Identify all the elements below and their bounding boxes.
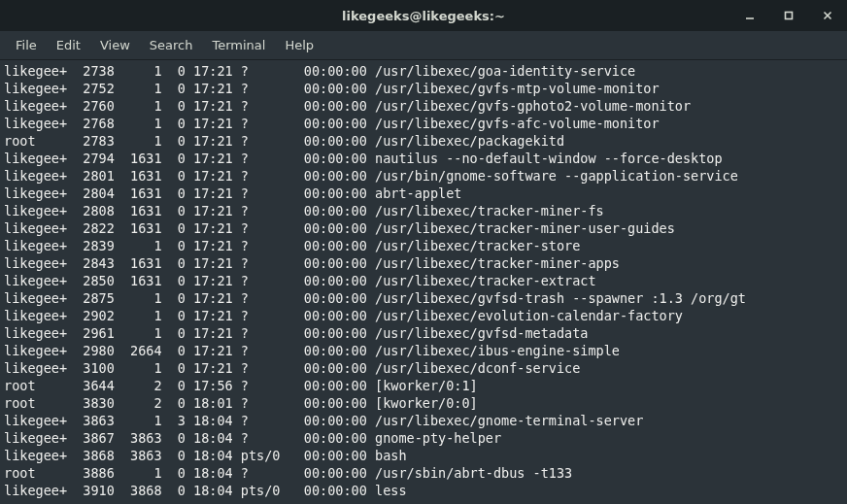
process-row: root 2783 1 0 17:21 ? 00:00:00 /usr/libe… [4,132,843,150]
process-row: likegee+ 2808 1631 0 17:21 ? 00:00:00 /u… [4,202,843,219]
process-row: likegee+ 2961 1 0 17:21 ? 00:00:00 /usr/… [4,324,843,342]
process-row: likegee+ 2839 1 0 17:21 ? 00:00:00 /usr/… [4,237,843,254]
window-controls [730,0,847,31]
process-row: likegee+ 2902 1 0 17:21 ? 00:00:00 /usr/… [4,307,843,324]
process-row: likegee+ 3863 1 3 18:04 ? 00:00:00 /usr/… [4,412,843,429]
process-row: likegee+ 2843 1631 0 17:21 ? 00:00:00 /u… [4,254,843,272]
maximize-button[interactable] [769,0,808,31]
menu-terminal[interactable]: Terminal [202,34,275,56]
menu-view[interactable]: View [90,34,140,56]
process-row: likegee+ 2804 1631 0 17:21 ? 00:00:00 ab… [4,185,843,202]
process-row: root 3644 2 0 17:56 ? 00:00:00 [kworker/… [4,377,843,394]
process-row: likegee+ 2850 1631 0 17:21 ? 00:00:00 /u… [4,272,843,289]
process-row: likegee+ 2801 1631 0 17:21 ? 00:00:00 /u… [4,167,843,185]
close-button[interactable] [808,0,847,31]
minimize-button[interactable] [730,0,769,31]
window-title: likegeeks@likegeeks:~ [342,9,505,23]
process-row: likegee+ 2752 1 0 17:21 ? 00:00:00 /usr/… [4,80,843,97]
process-row: likegee+ 3100 1 0 17:21 ? 00:00:00 /usr/… [4,359,843,377]
process-row: root 3886 1 0 18:04 ? 00:00:00 /usr/sbin… [4,464,843,482]
menu-search[interactable]: Search [140,34,203,56]
process-row: likegee+ 2768 1 0 17:21 ? 00:00:00 /usr/… [4,115,843,132]
process-row: likegee+ 2980 2664 0 17:21 ? 00:00:00 /u… [4,342,843,359]
process-row: likegee+ 2794 1631 0 17:21 ? 00:00:00 na… [4,150,843,167]
menu-bar: File Edit View Search Terminal Help [0,31,847,60]
process-row: root 3830 2 0 18:01 ? 00:00:00 [kworker/… [4,394,843,412]
menu-edit[interactable]: Edit [47,34,90,56]
process-row: likegee+ 2822 1631 0 17:21 ? 00:00:00 /u… [4,219,843,237]
process-row: likegee+ 3910 3868 0 18:04 pts/0 00:00:0… [4,482,843,499]
process-row: likegee+ 2875 1 0 17:21 ? 00:00:00 /usr/… [4,289,843,307]
close-icon [823,11,832,20]
terminal-output[interactable]: likegee+ 2738 1 0 17:21 ? 00:00:00 /usr/… [0,60,847,501]
window-titlebar: likegeeks@likegeeks:~ [0,0,847,31]
process-row: likegee+ 3867 3863 0 18:04 ? 00:00:00 gn… [4,429,843,447]
menu-help[interactable]: Help [275,34,323,56]
svg-rect-1 [786,13,793,19]
process-row: likegee+ 2738 1 0 17:21 ? 00:00:00 /usr/… [4,62,843,80]
process-row: likegee+ 3868 3863 0 18:04 pts/0 00:00:0… [4,447,843,464]
maximize-icon [784,11,794,20]
menu-file[interactable]: File [6,34,47,56]
process-row: likegee+ 2760 1 0 17:21 ? 00:00:00 /usr/… [4,97,843,115]
minimize-icon [745,11,755,20]
